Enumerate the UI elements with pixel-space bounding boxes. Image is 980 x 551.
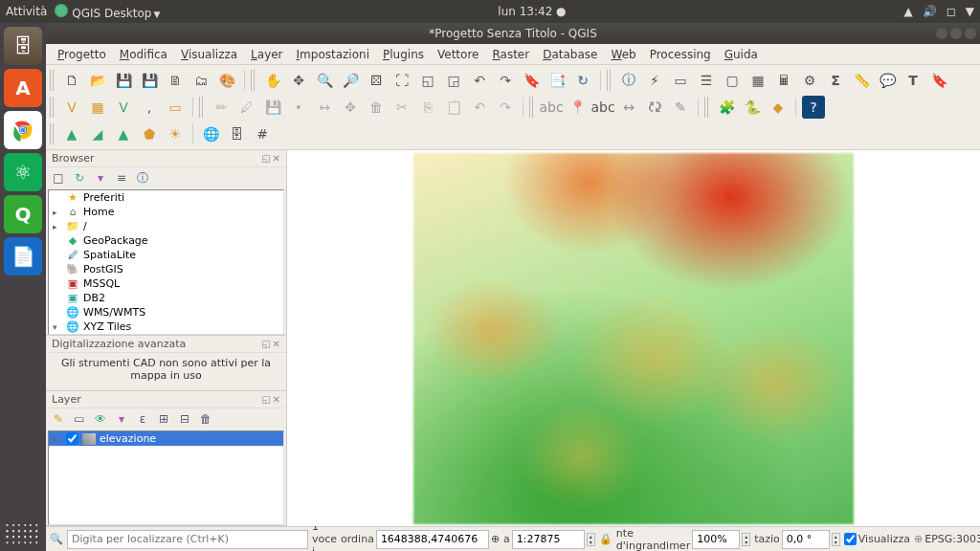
decoration-icon[interactable]: 🌐: [199, 122, 222, 145]
bookmarks-icon[interactable]: 📑: [546, 69, 568, 92]
menu-vettore[interactable]: Vettore: [434, 46, 482, 63]
add-vector-icon[interactable]: V: [60, 96, 83, 119]
add-raster-icon[interactable]: ▦: [86, 96, 109, 119]
pan-selection-icon[interactable]: ✥: [287, 69, 310, 92]
field-calc-icon[interactable]: 🖩: [772, 69, 795, 92]
shape-digitize-3-icon[interactable]: ▲: [112, 122, 135, 145]
launcher-files[interactable]: 🗄: [4, 27, 42, 65]
shape-digitize-4-icon[interactable]: ⬟: [138, 122, 161, 145]
browser-item-spatialite[interactable]: 🖉SpatiaLite: [49, 248, 283, 262]
browser-tree[interactable]: ★Preferiti▸⌂Home▸📁/◆GeoPackage🖉SpatiaLit…: [48, 189, 284, 335]
measure-icon[interactable]: 📏: [850, 69, 873, 92]
add-virtual-icon[interactable]: ▭: [164, 96, 187, 119]
activities-button[interactable]: Attività: [6, 5, 47, 18]
panel-close-icon[interactable]: ✕: [273, 394, 280, 405]
add-feature-icon[interactable]: •: [287, 96, 310, 119]
zoom-out-icon[interactable]: 🔎: [339, 69, 362, 92]
clock[interactable]: lun 13:42 ●: [160, 5, 903, 18]
menu-ayer[interactable]: Layer: [247, 46, 286, 63]
redo-icon[interactable]: ↷: [494, 96, 517, 119]
help-icon[interactable]: ?: [802, 96, 825, 119]
menu-atabase[interactable]: Database: [539, 46, 601, 63]
toolbox-icon[interactable]: ⚙: [798, 69, 821, 92]
layer-visibility-icon[interactable]: 👁: [92, 410, 109, 428]
layer-filter-icon[interactable]: ▾: [113, 410, 130, 428]
layer-visibility-checkbox[interactable]: [66, 432, 78, 445]
undo-icon[interactable]: ↶: [468, 96, 491, 119]
panel-close-icon[interactable]: ✕: [273, 339, 280, 349]
menu-eb[interactable]: Web: [607, 46, 639, 63]
layer-add-group-icon[interactable]: ▭: [71, 410, 88, 428]
edit-toggle-icon[interactable]: ✏: [210, 96, 233, 119]
browser-item-mssql[interactable]: ▣MSSQL: [49, 276, 283, 291]
browser-filter-icon[interactable]: ▾: [92, 169, 109, 187]
shape-digitize-1-icon[interactable]: ▲: [60, 122, 83, 145]
menu-odifica[interactable]: Modifica: [116, 46, 171, 63]
zoom-in-icon[interactable]: 🔍: [313, 69, 336, 92]
menu-uida[interactable]: Guida: [721, 46, 762, 63]
shape-digitize-2-icon[interactable]: ◢: [86, 122, 109, 145]
label-pin-icon[interactable]: 📍: [566, 96, 589, 119]
browser-item-geopackage[interactable]: ◆GeoPackage: [49, 233, 283, 248]
layers-tree[interactable]: ▸ elevazione: [48, 430, 284, 525]
menu-lugins[interactable]: Plugins: [379, 46, 428, 63]
select-value-icon[interactable]: ☰: [695, 69, 718, 92]
zoom-layer-icon[interactable]: ◲: [442, 69, 465, 92]
launcher-software[interactable]: A: [4, 69, 42, 107]
identify-icon[interactable]: ⓘ: [617, 69, 640, 92]
action-icon[interactable]: ⚡: [643, 69, 666, 92]
label-show-icon[interactable]: abc: [591, 96, 614, 119]
select-features-icon[interactable]: ▭: [669, 69, 692, 92]
locator-input[interactable]: [67, 530, 308, 549]
new-bookmark-icon[interactable]: 🔖: [520, 69, 543, 92]
layout-manager-icon[interactable]: 🗂: [189, 69, 212, 92]
plugin-manager-icon[interactable]: 🧩: [715, 96, 738, 119]
browser-add-icon[interactable]: □: [50, 169, 67, 187]
system-menu-icon[interactable]: ▼: [966, 5, 974, 18]
style-manager-icon[interactable]: 🎨: [215, 69, 238, 92]
rotation-input[interactable]: [782, 530, 830, 549]
menu-aster[interactable]: Raster: [488, 46, 533, 63]
deselect-icon[interactable]: ▢: [721, 69, 744, 92]
battery-icon[interactable]: ◻: [947, 5, 956, 18]
add-delimited-icon[interactable]: ,: [138, 96, 161, 119]
browser-props-icon[interactable]: ⓘ: [134, 169, 151, 187]
refresh-icon[interactable]: ↻: [571, 69, 594, 92]
layer-item-elevazione[interactable]: ▸ elevazione: [49, 431, 283, 446]
magnifier-input[interactable]: [692, 530, 740, 549]
launcher-apps-grid[interactable]: ∷∷∷∷∷∷∷∷∷: [6, 526, 41, 543]
app-menu[interactable]: QGIS Desktop▼: [55, 4, 160, 20]
paste-icon[interactable]: 📋: [442, 96, 465, 119]
menu-rogetto[interactable]: Progetto: [54, 46, 110, 63]
launcher-chrome[interactable]: [4, 111, 42, 149]
plugin-dev-icon[interactable]: ◆: [767, 96, 790, 119]
panel-undock-icon[interactable]: ◱: [261, 339, 270, 349]
grid-icon[interactable]: #: [251, 122, 274, 145]
layer-remove-icon[interactable]: 🗑: [197, 410, 214, 428]
browser-item-wmswmts[interactable]: 🌐WMS/WMTS: [49, 305, 283, 320]
zoom-native-icon[interactable]: ⚄: [365, 69, 388, 92]
coord-input[interactable]: [376, 530, 489, 549]
new-project-icon[interactable]: 🗋: [60, 69, 83, 92]
zoom-full-icon[interactable]: ⛶: [390, 69, 413, 92]
menu-mpostazioni[interactable]: Impostazioni: [293, 46, 373, 63]
browser-collapse-icon[interactable]: ≡: [113, 169, 130, 187]
wfs-icon[interactable]: 🗄: [225, 122, 248, 145]
menu-isualizza[interactable]: Visualizza: [177, 46, 241, 63]
menu-processing[interactable]: Processing: [646, 46, 715, 63]
browser-item-postgis[interactable]: 🐘PostGIS: [49, 262, 283, 276]
launcher-qgis[interactable]: Q: [4, 195, 42, 233]
zoom-next-icon[interactable]: ↷: [494, 69, 517, 92]
copy-icon[interactable]: ⎘: [416, 96, 439, 119]
zoom-last-icon[interactable]: ↶: [468, 69, 491, 92]
layer-style-icon[interactable]: ✎: [50, 410, 67, 428]
label-move-icon[interactable]: ↔: [617, 96, 640, 119]
add-mesh-icon[interactable]: V: [112, 96, 135, 119]
open-project-icon[interactable]: 📂: [86, 69, 109, 92]
volume-icon[interactable]: 🔊: [923, 5, 937, 18]
label-change-icon[interactable]: ✎: [669, 96, 692, 119]
move-feature-icon[interactable]: ↔: [313, 96, 336, 119]
browser-item-[interactable]: ▸📁/: [49, 219, 283, 233]
browser-item-db2[interactable]: ▣DB2: [49, 291, 283, 305]
layer-expression-icon[interactable]: ε: [134, 410, 151, 428]
